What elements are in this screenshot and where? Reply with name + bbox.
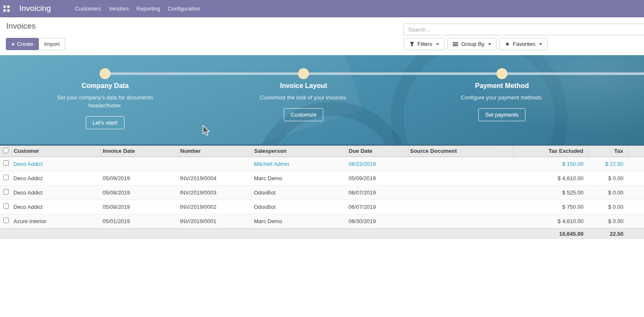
set-payments-button[interactable]: Set payments — [478, 108, 525, 121]
table-row[interactable]: Deco Addict Mitchell Admin 06/23/2019 $ … — [0, 157, 644, 171]
search-input[interactable] — [404, 24, 644, 35]
row-checkbox[interactable] — [3, 189, 9, 194]
top-navbar: Invoicing Customers Vendors Reporting Co… — [0, 0, 644, 17]
search-options-row: Filters Group By ★ Favorites — [404, 38, 548, 50]
filters-button[interactable]: Filters — [404, 38, 445, 50]
cell-customer: Deco Addict — [12, 200, 101, 214]
onboarding-banner: Company Data Set your company's data for… — [0, 55, 644, 146]
menu-vendors[interactable]: Vendors — [109, 4, 129, 13]
cell-tax-excluded: $ 150.00 — [513, 157, 588, 171]
plus-icon: + — [11, 41, 15, 48]
totals-spacer — [12, 228, 513, 239]
step-description: Customize the look of your invoices. — [254, 93, 353, 101]
cell-customer: Azure Interior — [12, 214, 101, 228]
table-row[interactable]: Deco Addict 05/08/2019 INV/2019/0002 Odo… — [0, 200, 644, 214]
row-checkbox-cell — [0, 171, 12, 185]
favorites-button[interactable]: ★ Favorites — [499, 38, 548, 50]
cell-spacer — [628, 200, 644, 214]
group-by-button[interactable]: Group By — [447, 38, 497, 50]
step-description: Set your company's data for documents he… — [56, 93, 155, 109]
import-button[interactable]: Import — [39, 38, 65, 50]
cell-due-date: 05/09/2019 — [347, 171, 408, 185]
row-checkbox-cell — [0, 157, 12, 171]
cell-tax: $ 0.00 — [588, 171, 628, 185]
select-all-checkbox[interactable] — [3, 148, 8, 153]
cell-salesperson: Marc Demo — [252, 171, 347, 185]
totals-spacer — [628, 228, 644, 239]
column-header-tax[interactable]: Tax — [588, 146, 628, 157]
cell-source-document — [408, 185, 513, 200]
control-panel: Invoices + Create Import Filters Group B… — [0, 17, 644, 55]
cell-invoice-date — [101, 157, 178, 171]
apps-grid-icon[interactable] — [3, 5, 10, 12]
cell-spacer — [628, 214, 644, 228]
cell-tax-excluded: $ 750.00 — [513, 200, 588, 214]
cell-tax-excluded: $ 525.00 — [513, 185, 588, 200]
row-checkbox[interactable] — [3, 203, 9, 209]
step-title: Payment Method — [435, 82, 569, 90]
cell-salesperson: Marc Demo — [252, 214, 347, 228]
menu-configuration[interactable]: Configuration — [168, 4, 200, 13]
menu-reporting[interactable]: Reporting — [137, 4, 160, 13]
total-tax: 22.50 — [588, 228, 628, 239]
cell-source-document — [408, 214, 513, 228]
cell-salesperson: OdooBot — [252, 200, 347, 214]
onboarding-step-dot — [496, 68, 507, 79]
column-header-source-document[interactable]: Source Document — [408, 146, 513, 157]
column-header-invoice-date[interactable]: Invoice Date — [101, 146, 178, 157]
filters-button-label: Filters — [417, 41, 432, 47]
apps-grid-square — [7, 9, 10, 12]
cell-number: INV/2019/0004 — [178, 171, 252, 185]
column-header-number[interactable]: Number — [178, 146, 252, 157]
cell-invoice-date: 05/09/2019 — [101, 171, 178, 185]
chevron-down-icon — [539, 43, 542, 45]
filter-funnel-icon — [409, 42, 414, 47]
cell-invoice-date: 05/08/2019 — [101, 200, 178, 214]
cell-customer: Deco Addict — [12, 171, 101, 185]
row-checkbox-cell — [0, 214, 12, 228]
cell-spacer — [628, 157, 644, 171]
cell-tax: $ 0.00 — [588, 185, 628, 200]
star-icon: ★ — [505, 41, 510, 47]
app-title[interactable]: Invoicing — [19, 4, 51, 13]
group-by-bars-icon — [453, 42, 458, 47]
column-header-salesperson[interactable]: Salesperson — [252, 146, 347, 157]
cell-tax-excluded: $ 4,610.00 — [513, 214, 588, 228]
cell-source-document — [408, 157, 513, 171]
cell-spacer — [628, 171, 644, 185]
onboarding-step-dot — [100, 68, 111, 79]
table-row[interactable]: Deco Addict 05/08/2019 INV/2019/0003 Odo… — [0, 185, 644, 200]
row-checkbox[interactable] — [3, 160, 9, 166]
column-header-customer[interactable]: Customer — [12, 146, 101, 157]
chevron-down-icon — [488, 43, 491, 45]
lets-start-button[interactable]: Let's start! — [86, 116, 124, 129]
chevron-down-icon — [436, 43, 439, 45]
totals-spacer — [0, 228, 12, 239]
create-button[interactable]: + Create — [6, 38, 39, 50]
step-title: Invoice Layout — [236, 82, 371, 90]
create-button-label: Create — [17, 41, 33, 47]
table-totals-row: 10,645.00 22.50 — [0, 228, 644, 239]
cell-tax: $ 0.00 — [588, 214, 628, 228]
total-tax-excluded: 10,645.00 — [513, 228, 588, 239]
onboarding-progress-line — [105, 72, 644, 75]
group-by-button-label: Group By — [461, 41, 484, 47]
apps-grid-square — [3, 9, 6, 12]
row-checkbox-cell — [0, 200, 12, 214]
row-checkbox[interactable] — [3, 175, 9, 180]
table-row[interactable]: Deco Addict 05/09/2019 INV/2019/0004 Mar… — [0, 171, 644, 185]
row-checkbox[interactable] — [3, 218, 9, 223]
cell-customer: Deco Addict — [12, 157, 101, 171]
column-header-due-date[interactable]: Due Date — [347, 146, 408, 157]
cell-due-date: 06/23/2019 — [347, 157, 408, 171]
cell-source-document — [408, 200, 513, 214]
table-row[interactable]: Azure Interior 05/01/2019 INV/2019/0001 … — [0, 214, 644, 228]
table-header-row: Customer Invoice Date Number Salesperson… — [0, 146, 644, 157]
cell-number: INV/2019/0003 — [178, 185, 252, 200]
cell-salesperson: OdooBot — [252, 185, 347, 200]
column-header-tax-excluded[interactable]: Tax Excluded — [513, 146, 588, 157]
cell-spacer — [628, 185, 644, 200]
menu-customers[interactable]: Customers — [75, 4, 101, 13]
cell-invoice-date: 05/08/2019 — [101, 185, 178, 200]
customize-button[interactable]: Customize — [284, 108, 323, 121]
